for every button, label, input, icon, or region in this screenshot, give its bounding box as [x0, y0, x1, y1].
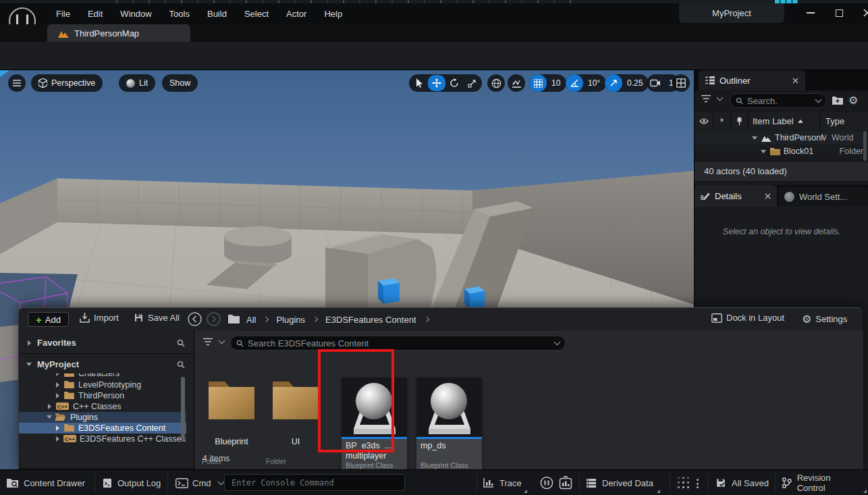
- maximize-button[interactable]: [829, 5, 849, 21]
- trace-button[interactable]: Trace: [483, 470, 528, 495]
- tab-world-settings[interactable]: World Sett...: [778, 186, 868, 207]
- rotation-snap-control[interactable]: 10°: [566, 74, 606, 92]
- pause-insights-button[interactable]: [540, 476, 553, 490]
- close-icon[interactable]: [792, 78, 798, 84]
- column-pinned[interactable]: [731, 112, 749, 130]
- content-drawer-button[interactable]: Content Drawer: [7, 470, 85, 495]
- tree-item-e3dsfeatures-content[interactable]: E3DSFeatures Content: [19, 423, 186, 434]
- breadcrumb-current[interactable]: E3DSFeatures Content: [325, 315, 416, 325]
- favorites-section[interactable]: Favorites: [19, 334, 194, 352]
- close-button[interactable]: [857, 5, 868, 21]
- asset-filter-dropdown[interactable]: [203, 338, 224, 346]
- menu-tools[interactable]: Tools: [161, 3, 198, 24]
- status-kebab-menu[interactable]: [697, 479, 699, 488]
- outliner-settings-button[interactable]: ⚙: [848, 94, 858, 107]
- add-button[interactable]: + Add: [28, 312, 69, 327]
- tree-item-thirdperson[interactable]: ThirdPerson: [19, 390, 176, 401]
- tree-item-cpp-classes[interactable]: C++ C++ Classes: [19, 401, 176, 412]
- eye-icon: [699, 118, 709, 124]
- myproject-section[interactable]: MyProject: [19, 355, 194, 373]
- menu-help[interactable]: Help: [315, 3, 351, 24]
- tree-item-plugins[interactable]: Plugins: [19, 412, 186, 423]
- outliner-scrollbar[interactable]: [863, 131, 867, 163]
- search-icon[interactable]: [177, 361, 185, 369]
- revision-control-button[interactable]: Revision Control: [782, 470, 868, 495]
- status-bar: Content Drawer Output Log Cmd Trace Deri…: [0, 469, 868, 495]
- menu-build[interactable]: Build: [198, 3, 236, 24]
- tree-item-e3dsfeatures-cpp-classes[interactable]: C++ E3DSFeatures C++ Classes: [19, 434, 176, 444]
- menu-window[interactable]: Window: [111, 3, 160, 24]
- select-tool-button[interactable]: [410, 78, 428, 88]
- close-icon[interactable]: [765, 193, 771, 199]
- viewport-options-menu-button[interactable]: [8, 74, 26, 92]
- tree-item-levelprototyping[interactable]: LevelPrototyping: [19, 380, 176, 390]
- asset-tile-ui-folder[interactable]: UI Folder: [265, 377, 327, 465]
- column-item-label[interactable]: Item Label: [749, 112, 820, 130]
- menu-actor[interactable]: Actor: [277, 3, 315, 24]
- viewport-layout-button[interactable]: [672, 74, 690, 92]
- grid-snap-control[interactable]: 10: [529, 74, 566, 92]
- breadcrumb-all[interactable]: All: [246, 315, 256, 325]
- blue-cube-1[interactable]: [378, 278, 400, 304]
- tab-thirdpersonmap[interactable]: ThirdPersonMap: [47, 24, 190, 42]
- cylinder-prop[interactable]: [224, 226, 292, 265]
- expand-icon[interactable]: [752, 136, 757, 140]
- blue-cube-2[interactable]: [464, 286, 485, 309]
- asset-tile-bp-e3ds-multiplayer[interactable]: BP_e3ds_... multiplayer Blueprint Class: [342, 377, 407, 473]
- surface-snapping-button[interactable]: [508, 74, 525, 92]
- tab-details[interactable]: Details: [695, 185, 777, 207]
- outliner-row-world[interactable]: ThirdPersonMap World: [695, 131, 863, 145]
- content-browser-settings-button[interactable]: ⚙ Settings: [802, 313, 847, 325]
- derived-data-icon: [586, 478, 597, 488]
- dock-in-layout-button[interactable]: Dock in Layout: [711, 313, 784, 323]
- expand-icon[interactable]: [761, 150, 766, 153]
- column-type[interactable]: Type: [820, 112, 868, 130]
- all-saved-button[interactable]: All Saved: [715, 470, 769, 495]
- outliner-row-folder[interactable]: Block01 Folder: [695, 145, 863, 158]
- forward-button[interactable]: [207, 312, 221, 326]
- console-command-input[interactable]: [224, 474, 405, 491]
- column-visibility[interactable]: [695, 112, 713, 130]
- asset-tile-blueprint-folder[interactable]: Blueprint Folder: [200, 377, 263, 465]
- scale-snap-control[interactable]: 0.25: [605, 74, 649, 92]
- save-all-button[interactable]: Save All: [134, 313, 180, 323]
- minimize-button[interactable]: [801, 5, 821, 21]
- level-icon: [58, 29, 69, 38]
- back-button[interactable]: [188, 312, 202, 326]
- move-tool-button[interactable]: [428, 75, 445, 91]
- create-folder-button[interactable]: [832, 96, 843, 105]
- import-button[interactable]: Import: [80, 313, 119, 323]
- texture-streaming-indicator[interactable]: [678, 477, 689, 488]
- blueprint-thumbnail: [416, 377, 482, 437]
- scale-tool-button[interactable]: [463, 79, 481, 88]
- type-header: Type: [825, 116, 844, 126]
- asset-tile-mp-ds[interactable]: mp_ds Blueprint Class: [416, 377, 482, 473]
- viewport-perspective-dropdown[interactable]: Perspective: [31, 74, 103, 92]
- outliner-search-input[interactable]: Search.: [730, 93, 827, 108]
- viewport-lit-dropdown[interactable]: Lit: [119, 74, 155, 92]
- search-icon[interactable]: [177, 339, 185, 347]
- breadcrumb-plugins[interactable]: Plugins: [276, 315, 305, 325]
- details-empty-message: Select an object to view details.: [695, 227, 868, 236]
- tree-item-characters[interactable]: Characters: [19, 373, 176, 379]
- menu-select[interactable]: Select: [236, 3, 277, 24]
- viewport-show-dropdown[interactable]: Show: [162, 74, 198, 92]
- tile-name: UI: [265, 437, 327, 446]
- outliner-filter-dropdown[interactable]: [701, 95, 722, 103]
- cmd-dropdown[interactable]: Cmd: [175, 470, 223, 495]
- rotate-tool-button[interactable]: [445, 78, 463, 88]
- column-modified[interactable]: *: [713, 112, 731, 130]
- menu-file[interactable]: File: [47, 3, 79, 24]
- tab-outliner[interactable]: Outliner: [699, 70, 805, 90]
- tree-scrollbar[interactable]: [181, 377, 185, 442]
- asset-search-input[interactable]: Search E3DSFeatures Content: [230, 336, 566, 350]
- derived-data-button[interactable]: Derived Data: [586, 470, 661, 495]
- chevron-down-icon: [815, 97, 822, 103]
- output-log-button[interactable]: Output Log: [103, 470, 161, 495]
- menu-edit[interactable]: Edit: [79, 3, 111, 24]
- tile-label-area: BP_e3ds_... multiplayer Blueprint Class: [342, 439, 407, 473]
- rotation-snap-value: 10°: [583, 78, 606, 88]
- asterisk-icon: *: [720, 115, 724, 127]
- world-coordinate-button[interactable]: [487, 74, 505, 92]
- snapshot-button[interactable]: [559, 476, 572, 490]
